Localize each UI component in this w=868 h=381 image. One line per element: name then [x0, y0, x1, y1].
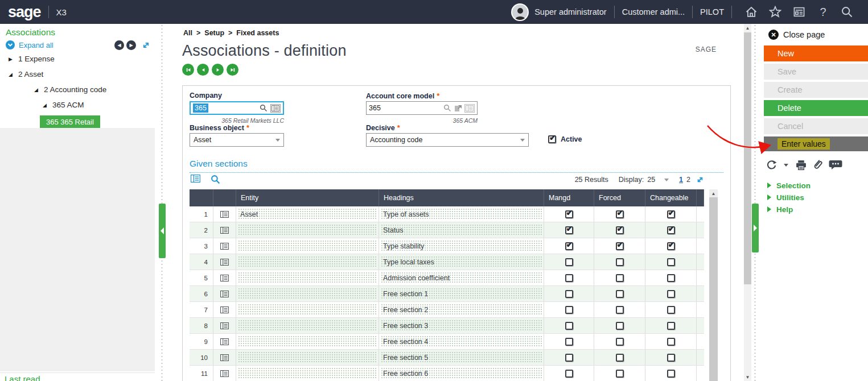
lookup-icon[interactable]: [443, 104, 451, 112]
changeable-column-header[interactable]: Changeable: [645, 189, 697, 206]
heading-cell[interactable]: Status: [379, 222, 544, 238]
changeable-checkbox[interactable]: [667, 338, 675, 346]
print-icon[interactable]: [795, 160, 807, 171]
row-detail-icon[interactable]: [213, 222, 236, 238]
entity-cell[interactable]: [236, 238, 379, 254]
entity-cell[interactable]: Asset: [236, 206, 379, 222]
mangd-checkbox[interactable]: [565, 354, 573, 362]
next-record-icon[interactable]: ▶: [126, 40, 136, 50]
active-checkbox[interactable]: [548, 135, 556, 143]
expand-grid-icon[interactable]: [696, 176, 704, 184]
table-scrollbar-thumb[interactable]: [709, 197, 718, 381]
previous-record-button[interactable]: [197, 64, 209, 76]
scrollbar-thumb[interactable]: [744, 32, 751, 284]
heading-cell[interactable]: Free section 3: [379, 318, 544, 333]
entity-cell[interactable]: [236, 350, 379, 365]
refresh-options-icon[interactable]: [784, 164, 788, 167]
close-page-button[interactable]: ✕ Close page: [768, 30, 825, 40]
tree-collapsed-icon[interactable]: ▶: [7, 56, 14, 62]
next-record-button[interactable]: [212, 64, 224, 76]
mangd-column-header[interactable]: Mangd: [544, 189, 594, 206]
row-detail-icon[interactable]: [213, 334, 236, 349]
display-value[interactable]: 25: [647, 176, 655, 184]
endpoint-menu[interactable]: PILOT: [700, 7, 724, 16]
changeable-checkbox[interactable]: [667, 306, 675, 314]
entity-cell[interactable]: [236, 366, 379, 381]
help-link[interactable]: Help: [767, 204, 811, 215]
row-detail-icon[interactable]: [213, 286, 236, 301]
forced-checkbox[interactable]: [616, 306, 624, 314]
forced-checkbox[interactable]: [616, 354, 624, 362]
tree-expanded-icon[interactable]: ◢: [33, 87, 39, 93]
home-icon[interactable]: [744, 5, 758, 19]
row-detail-icon[interactable]: [213, 238, 236, 254]
help-icon[interactable]: ?: [816, 5, 830, 19]
forced-checkbox[interactable]: [616, 322, 624, 330]
grid-search-icon[interactable]: [211, 175, 220, 187]
mangd-checkbox[interactable]: [565, 370, 573, 378]
refresh-icon[interactable]: [766, 160, 777, 171]
page-scrollbar[interactable]: ▲ ▼: [744, 24, 751, 381]
role-menu[interactable]: Customer admi...: [622, 7, 685, 16]
comment-icon[interactable]: [829, 160, 842, 170]
entity-cell[interactable]: [236, 270, 379, 285]
detail-card-icon[interactable]: [270, 104, 281, 113]
breadcrumb-fixed-assets[interactable]: Fixed assets: [236, 29, 279, 37]
table-scrollbar[interactable]: ▲: [709, 189, 718, 381]
changeable-checkbox[interactable]: [667, 290, 675, 298]
changeable-checkbox[interactable]: [667, 242, 675, 250]
breadcrumb-all[interactable]: All: [183, 29, 192, 37]
changeable-checkbox[interactable]: [667, 274, 675, 282]
changeable-checkbox[interactable]: [667, 354, 675, 362]
selection-link[interactable]: Selection: [767, 180, 811, 191]
lookup-icon[interactable]: [260, 104, 268, 112]
utilities-link[interactable]: Utilities: [767, 192, 811, 203]
mangd-checkbox[interactable]: [565, 290, 573, 298]
changeable-checkbox[interactable]: [667, 370, 675, 378]
mangd-checkbox[interactable]: [565, 242, 573, 250]
page-2-link[interactable]: 2: [686, 176, 690, 184]
tree-expanded-icon[interactable]: ◢: [42, 102, 48, 108]
decisive-select[interactable]: Accounting code: [366, 133, 529, 147]
tree-item-2-accounting-code[interactable]: ◢2 Accounting code: [0, 82, 155, 97]
panel-splitter[interactable]: [751, 24, 759, 381]
scroll-up-icon[interactable]: ▲: [744, 24, 751, 32]
forced-checkbox[interactable]: [616, 274, 624, 282]
headings-column-header[interactable]: Headings: [379, 189, 544, 206]
first-record-button[interactable]: [182, 64, 194, 76]
new-button[interactable]: New: [764, 45, 868, 61]
entity-cell[interactable]: [236, 318, 379, 333]
page-1-link[interactable]: 1: [679, 176, 683, 184]
mangd-checkbox[interactable]: [565, 226, 573, 234]
tree-selected-node[interactable]: 365 365 Retail: [40, 115, 100, 129]
detail-card-icon[interactable]: [464, 104, 475, 113]
news-icon[interactable]: [792, 5, 806, 19]
collapse-panel-handle[interactable]: [752, 204, 759, 252]
chevron-down-icon[interactable]: [664, 179, 669, 181]
table-scroll-up-icon[interactable]: ▲: [709, 189, 718, 197]
breadcrumb-setup[interactable]: Setup: [204, 29, 224, 37]
tree-item-365-acm[interactable]: ◢365 ACM: [0, 97, 155, 113]
row-detail-icon[interactable]: [213, 254, 236, 270]
heading-cell[interactable]: Type of assets: [379, 206, 544, 222]
entity-cell[interactable]: [236, 334, 379, 349]
forced-column-header[interactable]: Forced: [594, 189, 645, 206]
heading-cell[interactable]: Free section 2: [379, 302, 544, 317]
row-detail-icon[interactable]: [213, 206, 236, 222]
tree-item-1-expense[interactable]: ▶1 Expense: [0, 51, 155, 67]
tree-expanded-icon[interactable]: ◢: [7, 72, 14, 77]
account-core-model-input[interactable]: 365: [366, 101, 478, 115]
user-avatar[interactable]: [511, 3, 529, 21]
entity-cell[interactable]: [236, 286, 379, 301]
star-icon[interactable]: [768, 5, 782, 19]
heading-cell[interactable]: Type local taxes: [379, 254, 544, 270]
mangd-checkbox[interactable]: [565, 322, 573, 330]
forced-checkbox[interactable]: [616, 338, 624, 346]
changeable-checkbox[interactable]: [667, 210, 675, 218]
heading-cell[interactable]: Free section 1: [379, 286, 544, 301]
row-detail-icon[interactable]: [213, 270, 236, 285]
fullscreen-icon[interactable]: [142, 41, 150, 49]
heading-cell[interactable]: Free section 4: [379, 334, 544, 349]
search-icon[interactable]: [840, 5, 854, 19]
mangd-checkbox[interactable]: [565, 258, 573, 266]
